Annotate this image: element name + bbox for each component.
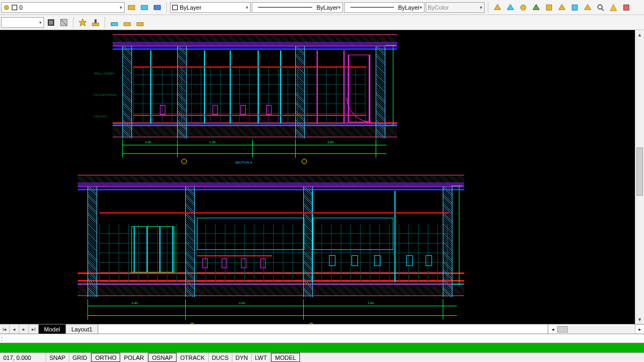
status-polar-label: POLAR <box>124 354 144 361</box>
tab-prev-icon[interactable]: ◂ <box>10 324 19 334</box>
separator <box>166 2 167 13</box>
status-coords-text: 017, 0.000 <box>3 354 31 361</box>
svg-marker-7 <box>533 4 539 10</box>
status-snap-label: SNAP <box>49 354 65 361</box>
color-combo[interactable]: ByLayer ▾ <box>170 2 251 13</box>
warning-icon[interactable] <box>608 2 619 13</box>
svg-rect-8 <box>546 5 552 10</box>
hscroll-right-icon[interactable]: ▸ <box>635 324 644 334</box>
svg-rect-21 <box>92 23 99 26</box>
separator <box>105 17 105 28</box>
layer-states-icon[interactable] <box>151 2 163 13</box>
status-model[interactable]: MODEL <box>271 353 299 362</box>
status-bar: 017, 0.000 SNAP GRID ORTHO POLAR OSNAP O… <box>0 352 644 362</box>
status-ducs[interactable]: DUCS <box>209 353 232 362</box>
tool-icon-8[interactable] <box>582 2 594 13</box>
status-otrack[interactable]: OTRACK <box>177 353 209 362</box>
tab-layout1[interactable]: Layout1 <box>66 324 98 334</box>
dim-text: 3.60 <box>327 141 334 144</box>
tool-icon-4[interactable] <box>530 2 542 13</box>
tool-icon-7[interactable] <box>569 2 581 13</box>
paint-tool-3-icon[interactable] <box>134 17 146 28</box>
drawing-canvas[interactable]: 2.40 1.20 3.60 SECTION A WALL FINISH FLO… <box>0 30 644 324</box>
svg-rect-23 <box>111 23 118 26</box>
toolbar-row-1: 0 ▾ ByLayer ▾ ByLayer ▾ ByLayer ▾ ByColo… <box>0 0 644 15</box>
status-ortho[interactable]: ORTHO <box>91 353 120 362</box>
lightbulb-icon <box>3 4 10 11</box>
hscroll-thumb[interactable] <box>557 326 568 333</box>
svg-point-0 <box>4 5 9 10</box>
tab-last-icon[interactable]: ▸І <box>29 324 39 334</box>
chevron-down-icon: ▾ <box>120 5 122 10</box>
svg-rect-22 <box>94 19 97 23</box>
section-title: SECTION A <box>235 161 252 164</box>
svg-rect-10 <box>572 5 577 10</box>
section-b-drawing: 2.40 3.60 1.20 SECTION B <box>78 175 464 324</box>
svg-marker-5 <box>507 4 514 10</box>
lineweight-preview <box>350 7 394 8</box>
separator <box>488 2 488 13</box>
tab-next-icon[interactable]: ▸ <box>19 324 29 334</box>
layer-combo[interactable]: 0 ▾ <box>1 2 125 13</box>
tool-icon-2[interactable] <box>504 2 516 13</box>
svg-marker-4 <box>494 4 501 10</box>
linetype-combo[interactable]: ByLayer ▾ <box>252 2 343 13</box>
command-line[interactable]: : <box>0 334 644 343</box>
status-snap[interactable]: SNAP <box>46 353 69 362</box>
tool-icon-3[interactable] <box>517 2 529 13</box>
zoom-extents-icon[interactable] <box>595 2 606 13</box>
status-osnap-label: OSNAP <box>152 354 173 361</box>
paint-tool-1-icon[interactable] <box>108 17 120 28</box>
svg-rect-1 <box>128 5 135 10</box>
toolbar-row-2: ▾ <box>0 15 644 30</box>
status-dyn[interactable]: DYN <box>232 353 252 362</box>
color-swatch <box>172 5 178 10</box>
scroll-thumb[interactable] <box>636 147 643 196</box>
hscroll-track[interactable] <box>557 326 635 333</box>
tool-icon-6[interactable] <box>556 2 568 13</box>
tool-icon-1[interactable] <box>492 2 503 13</box>
layer-previous-icon[interactable] <box>138 2 150 13</box>
layer-manager-icon[interactable] <box>126 2 137 13</box>
tab-model-label: Model <box>44 326 60 333</box>
scroll-up-icon[interactable]: ▲ <box>635 30 644 39</box>
chevron-down-icon: ▾ <box>420 5 422 10</box>
lineweight-combo[interactable]: ByLayer ▾ <box>344 2 425 13</box>
hatch-icon[interactable] <box>58 17 70 28</box>
svg-marker-20 <box>79 19 86 26</box>
svg-rect-15 <box>624 5 629 10</box>
horizontal-scrollbar[interactable]: ◂ ▸ <box>547 324 644 334</box>
tool-icon-10[interactable] <box>620 2 632 13</box>
note-label: CEILING <box>94 115 107 118</box>
star-tool-icon[interactable] <box>77 17 89 28</box>
plotstyle-combo-text: ByColor <box>428 4 449 11</box>
aux-combo[interactable]: ▾ <box>1 17 44 28</box>
hatch-edit-icon[interactable] <box>45 17 57 28</box>
dim-text: 3.60 <box>239 301 245 305</box>
tab-first-icon[interactable]: І◂ <box>0 324 10 334</box>
layer-combo-text: 0 <box>19 4 23 11</box>
chevron-down-icon: ▾ <box>480 5 482 10</box>
paint-tool-2-icon[interactable] <box>121 17 133 28</box>
status-polar[interactable]: POLAR <box>121 353 148 362</box>
tab-model[interactable]: Model <box>39 324 66 334</box>
scroll-down-icon[interactable]: ▼ <box>635 315 644 324</box>
linetype-combo-text: ByLayer <box>317 4 338 11</box>
vertical-scrollbar[interactable]: ▲ ▼ <box>635 30 644 324</box>
svg-marker-9 <box>559 4 565 10</box>
status-lwt[interactable]: LWT <box>252 353 270 362</box>
status-grid-label: GRID <box>72 354 87 361</box>
tool-icon-5[interactable] <box>543 2 555 13</box>
lineweight-combo-text: ByLayer <box>398 4 420 11</box>
dim-text: 2.40 <box>145 141 151 144</box>
svg-point-6 <box>521 5 526 10</box>
hscroll-left-icon[interactable]: ◂ <box>548 324 557 334</box>
linetype-preview <box>258 7 312 8</box>
dim-text: 2.40 <box>131 301 138 305</box>
status-ducs-label: DUCS <box>212 354 229 361</box>
status-grid[interactable]: GRID <box>69 353 91 362</box>
brush-tool-icon[interactable] <box>90 17 101 28</box>
section-a-drawing: 2.40 1.20 3.60 SECTION A WALL FINISH FLO… <box>113 34 397 167</box>
status-osnap[interactable]: OSNAP <box>148 353 177 362</box>
svg-point-12 <box>598 5 602 9</box>
